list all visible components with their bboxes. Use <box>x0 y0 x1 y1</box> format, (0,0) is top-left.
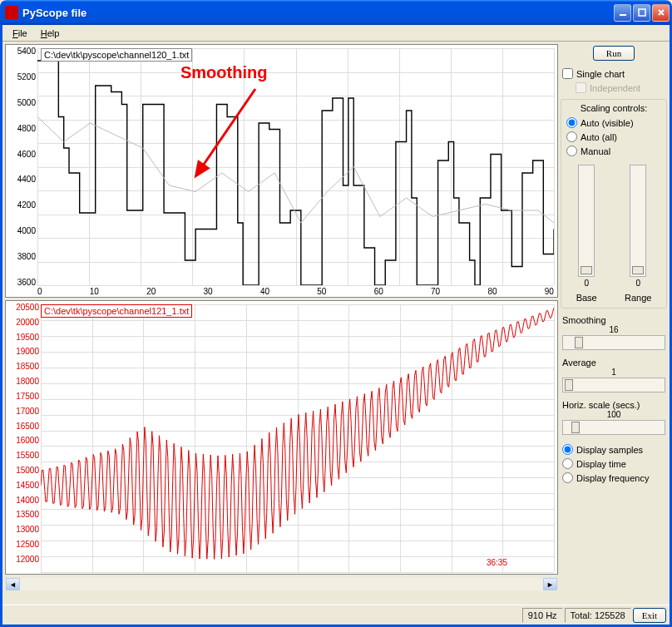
hscale-value: 100 <box>561 410 667 419</box>
independent-label: Independent <box>590 83 640 93</box>
chart-2-y-axis: 2050020000195001900018500180001750017000… <box>6 301 41 564</box>
chart-2-filepath: C:\dev\tk\pyscope\channel121_1.txt <box>41 304 192 318</box>
single-chart-checkbox[interactable] <box>562 68 573 79</box>
display-samples-radio[interactable] <box>562 444 573 455</box>
smoothing-label: Smoothing <box>561 315 667 325</box>
titlebar: PyScope file <box>0 0 672 25</box>
chart-2-time-label: 36:35 <box>487 558 507 567</box>
app-icon <box>5 6 18 19</box>
maximize-button[interactable] <box>633 4 650 22</box>
average-value: 1 <box>561 368 667 377</box>
minimize-button[interactable] <box>614 4 631 22</box>
display-time-radio[interactable] <box>562 458 573 469</box>
svg-line-2 <box>201 89 255 168</box>
svg-rect-0 <box>620 14 626 16</box>
annotation-smoothing-label: Smoothing <box>180 63 267 82</box>
single-chart-label: Single chart <box>576 69 625 79</box>
status-total: Total: 125528 <box>565 608 631 623</box>
base-slider[interactable] <box>578 165 595 277</box>
statusbar: 910 Hz Total: 125528 Exit <box>2 605 670 625</box>
window-title: PyScope file <box>22 7 614 19</box>
run-button[interactable]: Run <box>593 46 635 61</box>
close-button[interactable] <box>652 4 670 22</box>
exit-button[interactable]: Exit <box>633 608 666 623</box>
chart-1-plot <box>37 48 554 285</box>
scaling-manual-radio[interactable] <box>566 146 577 156</box>
chart-1-filepath: C:\dev\tk\pyscope\channel120_1.txt <box>41 48 192 62</box>
svg-rect-1 <box>639 9 645 16</box>
scaling-title: Scaling controls: <box>565 103 663 113</box>
chart-2-plot <box>41 304 554 572</box>
range-value: 0 <box>635 279 640 288</box>
chart-1-x-axis: 0102030405060708090 <box>37 287 554 297</box>
average-label: Average <box>561 358 667 368</box>
base-value: 0 <box>584 279 589 288</box>
chart-2: C:\dev\tk\pyscope\channel121_1.txt 20500… <box>5 300 558 575</box>
scaling-auto-visible-radio[interactable] <box>566 117 577 128</box>
annotation-arrow-icon <box>189 85 264 185</box>
scroll-right-button[interactable]: ► <box>543 578 557 590</box>
base-label: Base <box>576 293 597 303</box>
scroll-left-button[interactable]: ◄ <box>6 578 20 590</box>
hscale-label: Horiz. scale (secs.) <box>561 400 667 410</box>
independent-checkbox <box>576 82 586 93</box>
chart-1-y-axis: 5400520050004800460044004200400038003600 <box>6 45 37 287</box>
status-freq: 910 Hz <box>522 608 563 623</box>
range-label: Range <box>625 293 651 303</box>
display-frequency-radio[interactable] <box>562 472 573 483</box>
sidebar: Run Single chart Independent Scaling con… <box>561 44 667 602</box>
scaling-controls-group: Scaling controls: Auto (visible) Auto (a… <box>561 99 667 309</box>
menu-file[interactable]: File <box>6 27 34 40</box>
menubar: File Help <box>2 25 670 42</box>
average-slider[interactable] <box>562 378 665 392</box>
horizontal-scrollbar[interactable]: ◄ ► <box>5 577 558 591</box>
hscale-slider[interactable] <box>562 420 665 435</box>
smoothing-value: 16 <box>561 325 667 334</box>
smoothing-slider[interactable] <box>562 335 665 350</box>
chart-1: C:\dev\tk\pyscope\channel120_1.txt Smoot… <box>5 44 558 298</box>
scroll-track[interactable] <box>20 578 543 590</box>
range-slider[interactable] <box>630 165 646 277</box>
menu-help[interactable]: Help <box>34 27 67 40</box>
scaling-auto-all-radio[interactable] <box>566 131 577 142</box>
